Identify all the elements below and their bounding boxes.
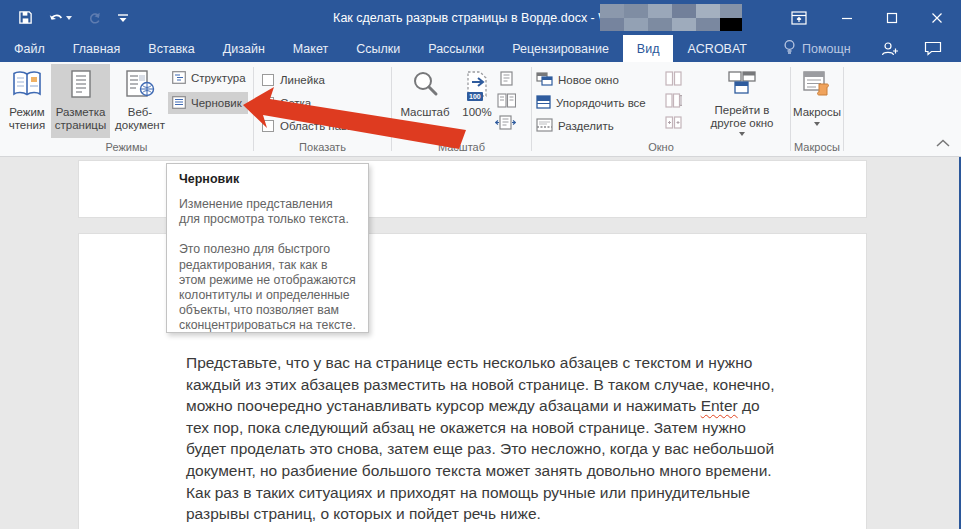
navigation-pane-label: Область навигации <box>280 120 383 132</box>
group-label-modes: Режимы <box>0 141 253 153</box>
new-window-icon <box>536 72 553 88</box>
gridlines-checkbox[interactable] <box>262 97 274 109</box>
new-window-button[interactable]: Новое окно <box>536 70 619 90</box>
misspelled-word: Enter <box>701 397 738 414</box>
share-button[interactable] <box>867 35 911 62</box>
document-area: Представьте, что у вас на странице есть … <box>0 157 961 529</box>
arrange-all-label: Упорядочить все <box>556 97 646 109</box>
page-width-button[interactable] <box>495 112 516 132</box>
macros-label: Макросы <box>793 106 841 119</box>
maximize-button[interactable] <box>875 0 909 35</box>
split-icon <box>536 118 553 134</box>
paragraph-text-after: до тех пор, пока следующий абзац не окаж… <box>186 397 774 522</box>
print-layout-button[interactable]: Разметка страницы <box>51 64 110 138</box>
paragraph-text-before: Представьте, что у вас на странице есть … <box>186 354 774 414</box>
tab-view[interactable]: Вид <box>623 35 674 62</box>
group-modes: Режим чтения Разметка страницы Веб-докум… <box>0 62 253 156</box>
arrange-all-icon <box>536 95 551 111</box>
web-layout-label: Веб-документ <box>112 106 168 132</box>
zoom-label: Масштаб <box>400 106 449 119</box>
lightbulb-icon <box>783 39 796 58</box>
split-label: Разделить <box>558 120 614 132</box>
zoom-button[interactable]: Масштаб <box>398 64 452 138</box>
outline-view-label: Структура <box>191 72 246 84</box>
tab-mailings[interactable]: Рассылки <box>414 35 498 62</box>
navigation-pane-checkbox-row[interactable]: Область навигации <box>262 116 383 136</box>
ruler-checkbox[interactable] <box>262 74 274 86</box>
minimize-button[interactable] <box>830 0 864 35</box>
group-label-show: Показать <box>254 141 391 153</box>
tab-file[interactable]: Файл <box>0 35 59 62</box>
reset-window-position-button-disabled <box>665 112 682 132</box>
tab-layout[interactable]: Макет <box>279 35 342 62</box>
draft-view-button[interactable]: Черновик <box>168 92 248 114</box>
multiple-pages-button[interactable] <box>497 90 516 110</box>
customize-qat-button[interactable] <box>117 12 129 24</box>
macros-button[interactable]: Макросы <box>791 64 843 138</box>
tell-me-assistant[interactable]: Помощн <box>769 35 865 62</box>
censored-region <box>600 4 742 31</box>
arrange-all-button[interactable]: Упорядочить все <box>536 93 646 113</box>
navigation-pane-checkbox[interactable] <box>262 120 274 132</box>
group-label-macros: Макросы <box>791 141 843 153</box>
tooltip-body-1: Изменение представления для просмотра то… <box>179 197 356 227</box>
zoom-100-label: 100% <box>462 106 491 119</box>
macros-caret <box>814 122 820 126</box>
tooltip-body-2: Это полезно для быстрого редактирования,… <box>179 242 356 333</box>
tab-insert[interactable]: Вставка <box>134 35 208 62</box>
word-window: Как сделать разрыв страницы в Ворде.docx… <box>0 0 961 529</box>
comments-button[interactable] <box>911 35 955 62</box>
ribbon-tab-bar: Файл Главная Вставка Дизайн Макет Ссылки… <box>0 35 961 62</box>
switch-windows-caret <box>739 132 745 136</box>
print-layout-label: Разметка страницы <box>51 106 110 132</box>
print-layout-icon <box>69 70 93 101</box>
read-mode-button[interactable]: Режим чтения <box>5 64 49 138</box>
zoom-icon <box>411 70 439 101</box>
zoom-100-icon: 100 <box>464 70 490 101</box>
draft-view-icon <box>172 96 186 111</box>
group-macros: Макросы Макросы <box>791 62 843 156</box>
draft-view-label: Черновик <box>191 97 242 109</box>
zoom-100-badge: 100 <box>467 92 483 101</box>
document-paragraph[interactable]: Представьте, что у вас на странице есть … <box>186 352 783 525</box>
new-window-label: Новое окно <box>558 74 619 86</box>
macros-icon <box>802 70 832 101</box>
read-mode-label: Режим чтения <box>5 106 49 132</box>
tab-design[interactable]: Дизайн <box>209 35 279 62</box>
tab-acrobat[interactable]: ACROBAT <box>673 35 761 62</box>
gridlines-label: Сетка <box>280 97 311 109</box>
tab-review[interactable]: Рецензирование <box>498 35 623 62</box>
split-button[interactable]: Разделить <box>536 116 614 136</box>
ruler-checkbox-row[interactable]: Линейка <box>262 70 325 90</box>
switch-windows-button[interactable]: Перейти в другое окно <box>700 64 784 138</box>
outline-view-button[interactable]: Структура <box>168 67 248 89</box>
gridlines-checkbox-row[interactable]: Сетка <box>262 93 311 113</box>
synchronous-scrolling-button-disabled <box>665 90 682 110</box>
group-separator <box>843 67 844 151</box>
group-zoom: Масштаб 100 100% Масштаб <box>392 62 531 156</box>
title-bar <box>0 0 961 35</box>
web-layout-icon <box>125 70 155 101</box>
undo-button[interactable] <box>48 11 72 25</box>
tab-home[interactable]: Главная <box>59 35 135 62</box>
collapse-ribbon-button[interactable] <box>936 133 950 151</box>
group-label-zoom: Масштаб <box>392 141 531 153</box>
close-button[interactable] <box>920 0 954 35</box>
web-layout-button[interactable]: Веб-документ <box>112 64 168 138</box>
switch-windows-icon <box>727 70 757 99</box>
group-show: Линейка Сетка Область навигации Показать <box>254 62 391 156</box>
read-mode-icon <box>11 70 43 101</box>
assistant-label: Помощн <box>802 42 851 56</box>
group-window: Новое окно Упорядочить все Разделить <box>532 62 790 156</box>
tooltip-title: Черновик <box>179 172 356 186</box>
ribbon: Режим чтения Разметка страницы Веб-докум… <box>0 62 961 157</box>
ribbon-display-options-button[interactable] <box>782 0 816 35</box>
outline-view-icon <box>172 71 186 86</box>
quick-access-toolbar <box>18 0 129 35</box>
zoom-100-button[interactable]: 100 100% <box>456 64 498 138</box>
ruler-label: Линейка <box>280 74 325 86</box>
one-page-button[interactable] <box>500 68 513 88</box>
save-icon[interactable] <box>18 10 33 25</box>
tab-references[interactable]: Ссылки <box>342 35 414 62</box>
undo-dropdown-caret[interactable] <box>66 16 72 20</box>
